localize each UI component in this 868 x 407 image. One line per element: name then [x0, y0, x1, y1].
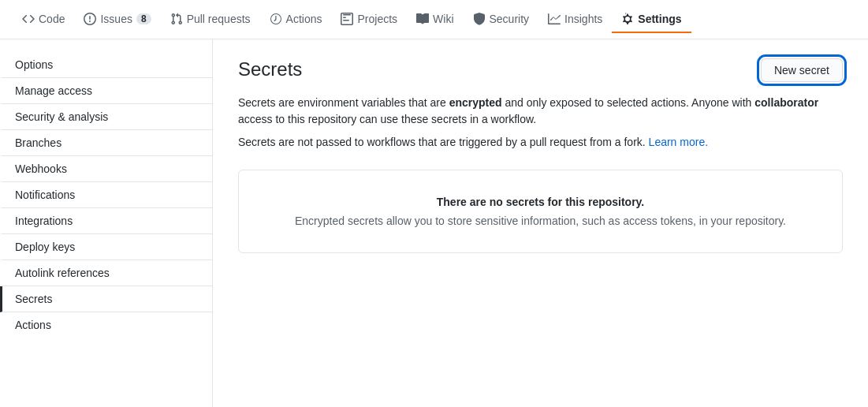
main-content: Secrets New secret Secrets are environme…	[213, 39, 868, 407]
issues-badge: 8	[136, 13, 151, 24]
nav-pr-label: Pull requests	[187, 13, 251, 25]
nav-item-security[interactable]: Security	[464, 6, 539, 33]
description-line2: Secrets are not passed to workflows that…	[238, 134, 843, 151]
sidebar: Options Manage access Security & analysi…	[0, 39, 213, 407]
sidebar-item-autolink-references[interactable]: Autolink references	[0, 260, 212, 286]
nav-item-issues[interactable]: Issues 8	[74, 6, 160, 33]
sidebar-item-integrations[interactable]: Integrations	[0, 208, 212, 234]
page-title: Secrets	[238, 58, 302, 80]
nav-item-settings[interactable]: Settings	[612, 6, 691, 33]
nav-item-code[interactable]: Code	[13, 6, 74, 33]
nav-insights-label: Insights	[564, 13, 602, 25]
top-navigation: Code Issues 8 Pull requests Actions Proj…	[0, 0, 868, 39]
empty-box-title: There are no secrets for this repository…	[258, 196, 823, 208]
nav-actions-label: Actions	[286, 13, 322, 25]
sidebar-item-branches[interactable]: Branches	[0, 130, 212, 156]
pr-icon	[170, 13, 183, 25]
encrypted-bold: encrypted	[449, 96, 502, 109]
nav-settings-label: Settings	[638, 13, 681, 25]
nav-security-label: Security	[490, 13, 530, 25]
nav-item-wiki[interactable]: Wiki	[407, 6, 463, 33]
nav-item-projects[interactable]: Projects	[331, 6, 407, 33]
nav-code-label: Code	[39, 13, 65, 25]
collaborator-bold: collaborator	[754, 96, 818, 109]
learn-more-link[interactable]: Learn more.	[649, 136, 708, 148]
nav-item-actions[interactable]: Actions	[260, 6, 332, 33]
actions-icon	[270, 13, 282, 25]
nav-projects-label: Projects	[357, 13, 397, 25]
insights-icon	[548, 13, 561, 25]
content-header: Secrets New secret	[238, 58, 843, 82]
main-layout: Options Manage access Security & analysi…	[0, 39, 868, 407]
nav-item-pull-requests[interactable]: Pull requests	[161, 6, 260, 33]
sidebar-item-manage-access[interactable]: Manage access	[0, 78, 212, 104]
settings-icon	[621, 13, 634, 25]
nav-wiki-label: Wiki	[433, 13, 453, 25]
description-line1: Secrets are environment variables that a…	[238, 95, 843, 128]
sidebar-item-deploy-keys[interactable]: Deploy keys	[0, 234, 212, 260]
code-icon	[22, 13, 35, 25]
nav-issues-label: Issues	[100, 13, 132, 25]
issues-icon	[84, 13, 96, 25]
projects-icon	[341, 13, 353, 25]
sidebar-item-options[interactable]: Options	[0, 52, 212, 78]
sidebar-item-actions[interactable]: Actions	[0, 312, 212, 338]
sidebar-item-secrets[interactable]: Secrets	[0, 286, 212, 312]
nav-item-insights[interactable]: Insights	[538, 6, 612, 33]
sidebar-item-security-analysis[interactable]: Security & analysis	[0, 104, 212, 130]
empty-secrets-box: There are no secrets for this repository…	[238, 170, 843, 253]
new-secret-button[interactable]: New secret	[761, 58, 843, 82]
wiki-icon	[416, 13, 429, 25]
sidebar-item-notifications[interactable]: Notifications	[0, 182, 212, 208]
empty-box-description: Encrypted secrets allow you to store sen…	[258, 215, 823, 227]
sidebar-item-webhooks[interactable]: Webhooks	[0, 156, 212, 182]
security-icon	[473, 13, 486, 25]
